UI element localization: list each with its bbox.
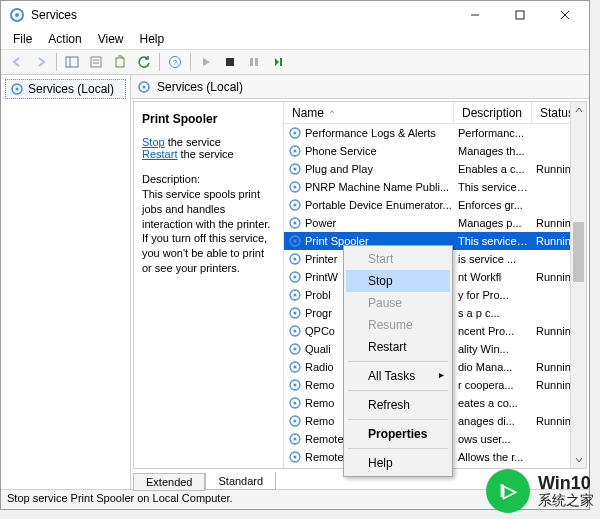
menu-help[interactable]: Help bbox=[132, 30, 173, 48]
cell-desc: is service ... bbox=[454, 253, 532, 265]
ctx-stop[interactable]: Stop bbox=[346, 270, 450, 292]
vertical-scrollbar[interactable] bbox=[570, 102, 586, 468]
svg-text:?: ? bbox=[173, 58, 178, 67]
svg-rect-11 bbox=[116, 58, 124, 67]
minimize-button[interactable] bbox=[452, 1, 497, 29]
col-desc[interactable]: Description bbox=[454, 102, 532, 123]
detail-title: Print Spooler bbox=[142, 112, 275, 126]
gear-icon bbox=[288, 180, 302, 194]
service-name: Probl bbox=[305, 289, 331, 301]
export-button[interactable] bbox=[109, 51, 131, 73]
menu-action[interactable]: Action bbox=[40, 30, 89, 48]
gear-icon bbox=[288, 162, 302, 176]
scroll-down-button[interactable] bbox=[571, 452, 586, 468]
ctx-refresh[interactable]: Refresh bbox=[346, 394, 450, 416]
stop-icon bbox=[224, 56, 236, 68]
service-row[interactable]: Performance Logs & AlertsPerformanc... bbox=[284, 124, 586, 142]
gear-icon bbox=[288, 342, 302, 356]
pane-header-label: Services (Local) bbox=[157, 80, 243, 94]
ctx-all-tasks[interactable]: All Tasks bbox=[346, 365, 450, 387]
service-row[interactable]: Phone ServiceManages th... bbox=[284, 142, 586, 160]
service-row[interactable]: Plug and PlayEnables a c...Running bbox=[284, 160, 586, 178]
tab-extended[interactable]: Extended bbox=[133, 473, 205, 491]
svg-point-53 bbox=[294, 402, 297, 405]
service-name: Plug and Play bbox=[305, 163, 373, 175]
cell-desc: r coopera... bbox=[454, 379, 532, 391]
gear-icon bbox=[288, 288, 302, 302]
tree-root-label: Services (Local) bbox=[28, 82, 114, 96]
cell-desc: ows user... bbox=[454, 433, 532, 445]
maximize-icon bbox=[515, 10, 525, 20]
svg-point-55 bbox=[294, 420, 297, 423]
service-name: Remo bbox=[305, 397, 334, 409]
scroll-up-button[interactable] bbox=[571, 102, 586, 118]
service-name: Radio bbox=[305, 361, 334, 373]
ctx-help[interactable]: Help bbox=[346, 452, 450, 474]
refresh-icon bbox=[137, 55, 151, 69]
ctx-pause[interactable]: Pause bbox=[346, 292, 450, 314]
cell-name: Phone Service bbox=[284, 144, 454, 158]
service-name: Phone Service bbox=[305, 145, 377, 157]
context-menu: Start Stop Pause Resume Restart All Task… bbox=[343, 245, 453, 477]
title-bar[interactable]: Services bbox=[1, 1, 589, 29]
ctx-start[interactable]: Start bbox=[346, 248, 450, 270]
services-icon bbox=[9, 7, 25, 23]
service-row[interactable]: Portable Device Enumerator...Enforces gr… bbox=[284, 196, 586, 214]
service-name: Performance Logs & Alerts bbox=[305, 127, 436, 139]
start-service-button[interactable] bbox=[195, 51, 217, 73]
close-icon bbox=[560, 10, 570, 20]
chevron-up-icon bbox=[575, 106, 583, 114]
cell-name: PNRP Machine Name Publi... bbox=[284, 180, 454, 194]
show-hide-button[interactable] bbox=[61, 51, 83, 73]
menu-file[interactable]: File bbox=[5, 30, 40, 48]
ctx-properties[interactable]: Properties bbox=[346, 423, 450, 445]
desc-heading: Description: bbox=[142, 173, 200, 185]
pause-service-button[interactable] bbox=[243, 51, 265, 73]
properties-button[interactable] bbox=[85, 51, 107, 73]
toolbar: ? bbox=[1, 49, 589, 75]
menu-view[interactable]: View bbox=[90, 30, 132, 48]
gear-icon bbox=[288, 234, 302, 248]
stop-service-button[interactable] bbox=[219, 51, 241, 73]
ctx-resume[interactable]: Resume bbox=[346, 314, 450, 336]
tree-pane[interactable]: Services (Local) bbox=[1, 75, 131, 489]
help-button[interactable]: ? bbox=[164, 51, 186, 73]
maximize-button[interactable] bbox=[497, 1, 542, 29]
service-name: QPCo bbox=[305, 325, 335, 337]
gear-icon bbox=[288, 198, 302, 212]
watermark-line1: Win10 bbox=[538, 474, 594, 493]
toolbar-separator bbox=[159, 53, 160, 71]
stop-link[interactable]: Stop bbox=[142, 136, 165, 148]
service-name: Quali bbox=[305, 343, 331, 355]
gear-icon bbox=[288, 432, 302, 446]
tab-standard[interactable]: Standard bbox=[205, 472, 276, 490]
svg-rect-14 bbox=[226, 58, 234, 66]
svg-point-43 bbox=[294, 312, 297, 315]
svg-point-51 bbox=[294, 384, 297, 387]
back-button[interactable] bbox=[6, 51, 28, 73]
forward-button[interactable] bbox=[30, 51, 52, 73]
service-row[interactable]: PNRP Machine Name Publi...This service .… bbox=[284, 178, 586, 196]
restart-link[interactable]: Restart bbox=[142, 148, 177, 160]
ctx-separator bbox=[348, 361, 448, 362]
svg-point-45 bbox=[294, 330, 297, 333]
cell-desc: dio Mana... bbox=[454, 361, 532, 373]
ctx-restart[interactable]: Restart bbox=[346, 336, 450, 358]
close-button[interactable] bbox=[542, 1, 587, 29]
svg-point-1 bbox=[15, 13, 19, 17]
restart-icon bbox=[272, 56, 284, 68]
cell-desc: ality Win... bbox=[454, 343, 532, 355]
col-name[interactable]: Name^ bbox=[284, 102, 454, 123]
restart-service-button[interactable] bbox=[267, 51, 289, 73]
toolbar-separator bbox=[190, 53, 191, 71]
sort-asc-icon: ^ bbox=[330, 108, 334, 117]
refresh-button[interactable] bbox=[133, 51, 155, 73]
tree-root-item[interactable]: Services (Local) bbox=[5, 79, 126, 99]
svg-rect-8 bbox=[91, 57, 101, 67]
svg-point-31 bbox=[294, 204, 297, 207]
ctx-separator bbox=[348, 448, 448, 449]
stop-suffix: the service bbox=[165, 136, 221, 148]
scroll-thumb[interactable] bbox=[573, 222, 584, 282]
service-row[interactable]: PowerManages p...Running bbox=[284, 214, 586, 232]
forward-icon bbox=[34, 55, 48, 69]
